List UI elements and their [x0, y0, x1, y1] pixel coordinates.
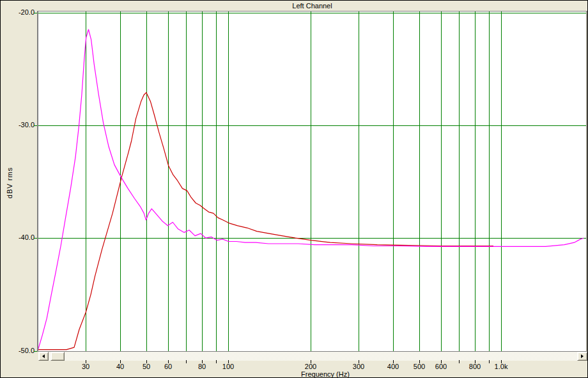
x-tick-label-40: 40 — [107, 363, 133, 370]
x-tick-label-1.0k: 1.0k — [488, 363, 514, 370]
x-tick-label-200: 200 — [298, 363, 323, 370]
x-tick-label-60: 60 — [155, 363, 181, 370]
x-tick-mark-700 — [459, 360, 460, 363]
scrollbar-thumb[interactable] — [50, 352, 65, 361]
x-tick-label-100: 100 — [215, 363, 241, 370]
x-tick-label-600: 600 — [428, 363, 454, 370]
x-axis-label: Frequency (Hz) — [261, 370, 389, 378]
x-tick-label-300: 300 — [346, 363, 371, 370]
scrollbar-left-button[interactable] — [38, 352, 49, 361]
red-trace — [38, 93, 493, 350]
x-tick-label-30: 30 — [73, 363, 98, 370]
frequency-scrollbar-track[interactable] — [38, 352, 587, 361]
y-tick-label--20: -20.0 — [1, 8, 35, 17]
y-tick-label--50: -50.0 — [1, 347, 35, 355]
scrollbar-right-arrow-icon — [581, 354, 584, 358]
chart-title: Left Channel — [37, 1, 587, 10]
y-tick-label--40: -40.0 — [1, 233, 35, 242]
rta-window: Left Channel dBV rms -20.0-30.0-40.0-50.… — [0, 0, 588, 378]
scrollbar-left-arrow-icon — [42, 354, 45, 358]
x-tick-mark-70 — [186, 360, 187, 363]
y-axis-label: dBV rms — [6, 167, 15, 198]
x-tick-label-400: 400 — [380, 363, 406, 370]
plot-canvas — [38, 12, 586, 351]
scrollbar-right-button[interactable] — [577, 352, 587, 361]
plot-area[interactable] — [37, 12, 587, 352]
x-tick-label-800: 800 — [462, 363, 488, 370]
y-tick-label--30: -30.0 — [1, 121, 35, 129]
x-tick-label-80: 80 — [189, 363, 215, 370]
